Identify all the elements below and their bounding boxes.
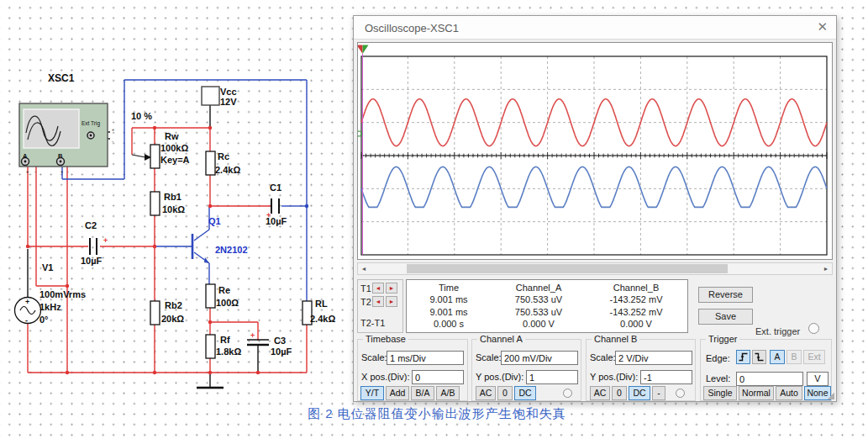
trigger-level-unit[interactable]: V xyxy=(807,372,829,386)
channel-a-scale-label: Scale: xyxy=(476,352,502,362)
timebase-scale-label: Scale: xyxy=(361,352,387,362)
scrollbar-thumb[interactable] xyxy=(407,264,728,273)
label-rw-value: 100kΩ xyxy=(160,143,188,153)
trigger-level-label: Level: xyxy=(706,373,730,383)
cursor-1-right-button[interactable]: ► xyxy=(386,283,397,294)
label-term-a: A xyxy=(23,152,28,160)
label-vcc-name: Vcc xyxy=(220,87,237,97)
channel-b-ypos-input[interactable] xyxy=(640,370,692,384)
channel-b-scale-label: Scale: xyxy=(590,352,616,362)
label-rw-name: Rw xyxy=(165,131,179,141)
channel-a-coupling-ac-button[interactable]: AC xyxy=(476,386,496,400)
label-rf-value: 1.8kΩ xyxy=(216,346,241,357)
label-rl-name: RL xyxy=(315,299,328,309)
label-c3-value: 10µF xyxy=(271,346,292,357)
readout-value: -143.252 mV xyxy=(587,294,686,305)
ext-trigger-label: Ext. trigger xyxy=(755,326,800,336)
channel-b-coupling-ac-button[interactable]: AC xyxy=(590,386,610,400)
window-titlebar[interactable]: Oscilloscope-XSC1 ✕ xyxy=(354,16,836,40)
scope-display xyxy=(357,42,833,260)
timebase-mode-ba-button[interactable]: B/A xyxy=(411,386,434,400)
label-q1-value: 2N2102 xyxy=(215,245,248,255)
timebase-mode-yt-button[interactable]: Y/T xyxy=(360,386,384,400)
channel-b-indicator[interactable] xyxy=(676,389,685,398)
label-rw-key: Key=A xyxy=(160,155,190,165)
channel-b-coupling--button[interactable]: - xyxy=(652,386,665,400)
label-rf-name: Rf xyxy=(220,335,230,345)
label-v1-line2: 1kHz xyxy=(39,302,61,312)
trigger-source-ext-button[interactable]: Ext xyxy=(803,350,825,364)
channel-a-scale-input[interactable] xyxy=(501,351,578,365)
label-term-b: B xyxy=(58,152,63,160)
label-rb1-value: 10kΩ xyxy=(162,204,185,214)
readout-value: 0.000 V xyxy=(491,318,587,330)
channel-a-coupling-dc-button[interactable]: DC xyxy=(514,386,536,400)
timebase-mode-ab-button[interactable]: A/B xyxy=(436,386,460,400)
cursor-panel: T1◄►T2◄►T2-T1 xyxy=(357,279,403,333)
timebase-scale-input[interactable] xyxy=(387,351,464,365)
oscilloscope-icon[interactable] xyxy=(19,103,108,167)
trigger-group: Trigger Edge: ABExt Level: V SingleNorma… xyxy=(700,339,832,401)
readout-value: 9.001 ms xyxy=(407,294,491,305)
cursor-2-left-button[interactable]: ◄ xyxy=(372,296,384,307)
channel-b-ypos-label: Y pos.(Div): xyxy=(590,372,638,382)
trigger-level-input[interactable] xyxy=(736,372,803,386)
channel-b-scale-input[interactable] xyxy=(615,351,692,365)
channel-a-ypos-input[interactable] xyxy=(526,370,578,384)
cursor-2-right-button[interactable]: ► xyxy=(386,296,397,307)
svg-text:+: + xyxy=(26,169,29,174)
label-q1-name: Q1 xyxy=(208,216,221,226)
timebase-xpos-label: X pos.(Div): xyxy=(361,372,409,382)
label-v1-line1: 100mVrms xyxy=(39,289,86,299)
edge-falling-icon[interactable] xyxy=(752,350,766,364)
channel-a-legend: Channel A xyxy=(477,334,525,344)
resize-grip[interactable] xyxy=(827,392,834,399)
trigger-mode-auto-button[interactable]: Auto xyxy=(776,386,802,400)
svg-text:+: + xyxy=(25,298,29,306)
figure-caption: 图 2 电位器阻值变小输出波形产生饱和失真 xyxy=(210,406,664,422)
ext-trigger-indicator[interactable] xyxy=(808,323,819,334)
oscilloscope-window[interactable]: Oscilloscope-XSC1 ✕ ◄ ► T1◄►T2◄►T2-T1 Ti… xyxy=(353,15,837,402)
channel-a-coupling-0-button[interactable]: 0 xyxy=(497,386,513,400)
label-c2-name: C2 xyxy=(85,220,97,230)
label-vcc-value: 12V xyxy=(220,97,237,107)
scope-scrollbar[interactable]: ◄ ► xyxy=(357,262,833,275)
svg-text:-: - xyxy=(67,169,69,174)
timebase-xpos-input[interactable] xyxy=(412,370,464,384)
label-re-value: 100Ω xyxy=(216,298,239,308)
timebase-legend: Timebase xyxy=(363,334,408,344)
trigger-source-a-button[interactable]: A xyxy=(770,350,785,364)
readout-value: -143.252 mV xyxy=(587,306,686,318)
cursor-1-handle xyxy=(358,45,363,55)
label-ext-trig: Ext Trig xyxy=(82,120,100,127)
cursor-1-left-button[interactable]: ◄ xyxy=(372,283,384,294)
label-rb2-name: Rb2 xyxy=(165,300,182,310)
measurement-readout: TimeChannel_AChannel_B9.001 ms750.533 uV… xyxy=(406,279,688,333)
label-v1-name: V1 xyxy=(42,262,53,272)
channel-b-coupling-0-button[interactable]: 0 xyxy=(612,386,627,400)
scroll-left-icon[interactable]: ◄ xyxy=(358,263,370,274)
timebase-mode-add-button[interactable]: Add xyxy=(386,386,409,400)
save-button[interactable]: Save xyxy=(698,309,753,325)
svg-text:-: - xyxy=(25,316,28,325)
trigger-legend: Trigger xyxy=(706,334,739,344)
readout-header: Time xyxy=(407,282,491,294)
readout-value: 750.533 uV xyxy=(491,294,587,305)
trigger-mode-normal-button[interactable]: Normal xyxy=(739,386,774,400)
label-rc-name: Rc xyxy=(218,151,229,161)
timebase-group: Timebase Scale: X pos.(Div): Y/TAddB/AA/… xyxy=(357,339,468,401)
trigger-source-b-button[interactable]: B xyxy=(786,350,802,364)
channel-b-coupling-dc-button[interactable]: DC xyxy=(629,386,650,400)
label-rl-value: 2.4kΩ xyxy=(310,314,335,324)
channel-a-indicator[interactable] xyxy=(563,389,572,398)
edge-rising-icon[interactable] xyxy=(736,350,750,364)
svg-text:-: - xyxy=(34,169,36,174)
trigger-mode-single-button[interactable]: Single xyxy=(703,386,737,400)
readout-header: Channel_A xyxy=(491,282,587,294)
reverse-button[interactable]: Reverse xyxy=(698,287,753,303)
readout-value: 750.533 uV xyxy=(491,306,587,318)
svg-text:+: + xyxy=(250,331,255,340)
close-icon[interactable]: ✕ xyxy=(817,19,828,34)
scroll-right-icon[interactable]: ► xyxy=(820,263,832,274)
readout-header: Channel_B xyxy=(587,282,686,294)
